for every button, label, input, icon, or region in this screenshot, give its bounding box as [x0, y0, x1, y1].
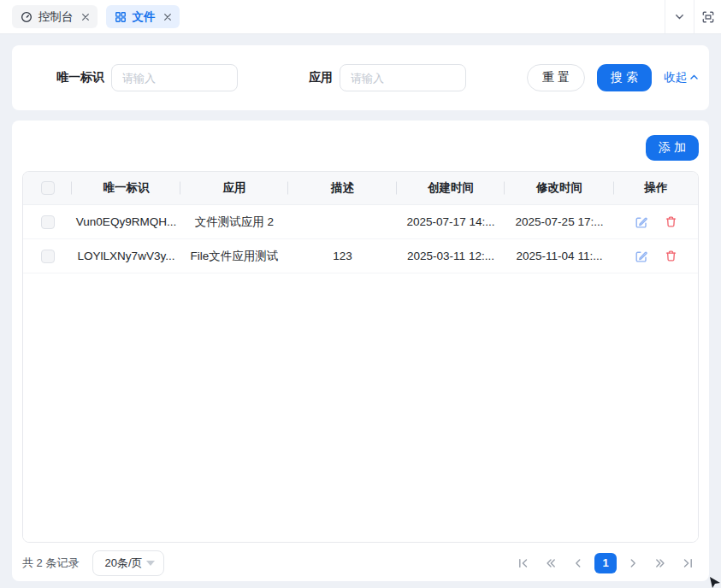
- chevron-down-icon[interactable]: [665, 0, 694, 33]
- column-header: 唯一标识: [72, 180, 180, 196]
- cell-application: File文件应用测试: [180, 249, 288, 264]
- row-checkbox[interactable]: [41, 215, 55, 229]
- pagination: 1: [512, 552, 699, 574]
- table-empty-area: [23, 273, 698, 542]
- fast-backward-icon[interactable]: [540, 552, 562, 574]
- row-checkbox[interactable]: [41, 250, 55, 263]
- collapse-label: 收起: [664, 70, 687, 85]
- page-size-value: 20条/页: [104, 556, 142, 571]
- cell-updated-at: 2025-11-04 11:...: [505, 250, 614, 262]
- page-size-select[interactable]: 20条/页: [92, 550, 164, 576]
- table-header-row: 唯一标识 应用 描述 创建时间 修改时间 操作: [23, 172, 698, 205]
- table-footer: 共 2 条记录 20条/页 1: [22, 543, 699, 583]
- table-row: LOYlLXNy7wV3y... File文件应用测试 123 2025-03-…: [23, 239, 698, 273]
- select-all-checkbox[interactable]: [41, 181, 55, 195]
- column-header: 修改时间: [505, 180, 614, 196]
- fullscreen-icon[interactable]: [694, 0, 721, 33]
- fast-forward-icon[interactable]: [649, 552, 671, 574]
- cell-created-at: 2025-03-11 12:...: [397, 250, 505, 262]
- field-label: 应用: [309, 70, 333, 85]
- column-header: 描述: [288, 180, 397, 196]
- field-application: 应用: [309, 64, 466, 91]
- select-all-cell: [23, 181, 72, 195]
- topbar: 控制台 文件: [0, 0, 721, 34]
- collapse-link[interactable]: 收起: [664, 70, 699, 85]
- add-button[interactable]: 添 加: [646, 135, 699, 161]
- tab-files[interactable]: 文件: [106, 5, 180, 28]
- column-header: 应用: [180, 180, 288, 196]
- close-icon[interactable]: [163, 13, 172, 21]
- search-form-card: 唯一标识 应用 重 置 搜 索 收起: [12, 45, 709, 110]
- search-button[interactable]: 搜 索: [597, 64, 652, 91]
- total-records-text: 共 2 条记录: [22, 556, 79, 571]
- topbar-actions: [665, 0, 721, 33]
- prev-page-icon[interactable]: [567, 552, 589, 574]
- delete-icon[interactable]: [665, 215, 677, 228]
- tab-label: 控制台: [38, 9, 74, 25]
- application-input[interactable]: [340, 64, 466, 91]
- close-icon[interactable]: [81, 13, 90, 21]
- caret-down-icon: [146, 561, 155, 566]
- reset-button[interactable]: 重 置: [527, 64, 585, 91]
- edit-icon[interactable]: [635, 215, 648, 229]
- cell-unique-id: Vun0EQy9RMQH...: [72, 215, 180, 228]
- edit-icon[interactable]: [635, 250, 648, 263]
- dashboard-icon: [21, 11, 33, 23]
- mouse-cursor: [709, 576, 721, 588]
- field-label: 唯一标识: [56, 70, 104, 85]
- table-row: Vun0EQy9RMQH... 文件测试应用 2 2025-07-17 14:.…: [23, 205, 698, 239]
- unique-id-input[interactable]: [111, 64, 238, 91]
- tab-label: 文件: [133, 9, 156, 25]
- cell-updated-at: 2025-07-25 17:...: [505, 215, 614, 228]
- table-card: 添 加 唯一标识 应用 描述 创建时间 修改时间 操作 Vun0EQy9RMQH…: [12, 121, 709, 581]
- form-actions: 重 置 搜 索 收起: [527, 64, 699, 91]
- column-header: 创建时间: [397, 180, 505, 196]
- cell-created-at: 2025-07-17 14:...: [397, 215, 505, 228]
- column-header: 操作: [614, 180, 698, 196]
- current-page-button[interactable]: 1: [594, 553, 617, 573]
- cell-description: 123: [288, 250, 397, 262]
- last-page-icon[interactable]: [677, 552, 699, 574]
- cell-unique-id: LOYlLXNy7wV3y...: [72, 250, 180, 262]
- cell-application: 文件测试应用 2: [180, 215, 288, 230]
- tab-console[interactable]: 控制台: [12, 5, 98, 28]
- grid-icon: [115, 11, 127, 23]
- next-page-icon[interactable]: [622, 552, 644, 574]
- first-page-icon[interactable]: [512, 552, 535, 574]
- tab-list: 控制台 文件: [0, 0, 665, 33]
- data-table: 唯一标识 应用 描述 创建时间 修改时间 操作 Vun0EQy9RMQH... …: [22, 171, 699, 543]
- chevron-up-icon: [689, 72, 699, 85]
- field-unique-id: 唯一标识: [56, 64, 238, 91]
- delete-icon[interactable]: [665, 250, 677, 262]
